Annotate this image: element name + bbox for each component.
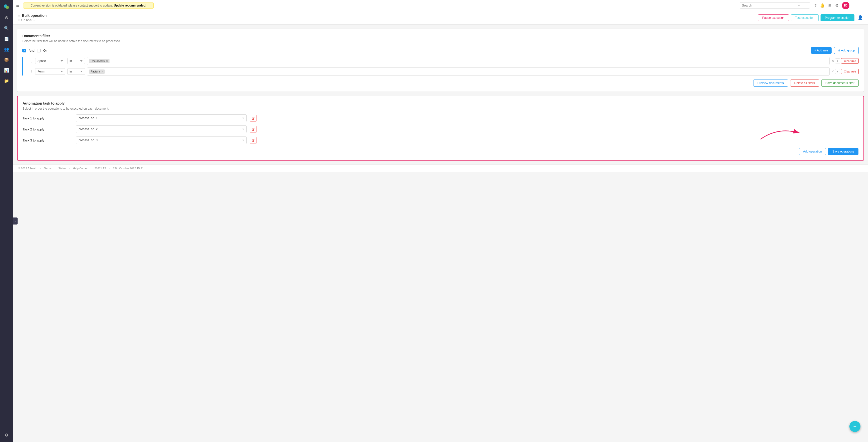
documents-filter-section: Documents filter Select the filter that … — [17, 29, 864, 92]
filter-operator-1[interactable]: in — [67, 58, 85, 64]
topbar: ☰ Current version is outdated, please co… — [13, 0, 868, 11]
pause-execution-button[interactable]: Pause execution — [758, 14, 789, 21]
documents-filter-title: Documents filter — [22, 34, 859, 38]
task-1-label: Task 1 to apply — [23, 116, 73, 120]
delete-all-filters-button[interactable]: Delete all filters — [790, 79, 819, 87]
task-2-select[interactable]: process_op_2 ▾ — [76, 126, 247, 133]
sidebar-expand-toggle[interactable]: › — [13, 217, 18, 225]
task-3-label: Task 3 to apply — [23, 138, 73, 142]
modules-icon[interactable]: ⊞ — [828, 3, 832, 8]
task-row-3: Task 3 to apply process_op_3 ▾ 🗑 — [23, 136, 859, 144]
preview-documents-button[interactable]: Preview documents — [753, 79, 788, 87]
footer-status-link[interactable]: Status — [58, 167, 66, 170]
sidebar-item-users[interactable]: 👥 — [2, 45, 11, 54]
footer-date: 27th October 2022 15:21 — [113, 167, 144, 170]
add-group-button[interactable]: ⊕ Add group — [834, 47, 859, 54]
filter-value-2[interactable]: Factura ✕ — [87, 67, 830, 75]
sidebar: ⊙ 🔍 📄 👥 📦 📊 📁 ⚙ — [0, 0, 13, 442]
filter-tag-documents: Documents ✕ — [89, 59, 110, 63]
task-3-value: process_op_3 — [79, 138, 97, 142]
menu-toggle-icon[interactable]: ☰ — [16, 3, 20, 8]
task-1-delete-button[interactable]: 🗑 — [250, 115, 257, 122]
sidebar-item-dashboard[interactable]: ⊙ — [2, 13, 11, 22]
notification-cta: Update recommended. — [114, 4, 146, 7]
footer-terms-link[interactable]: Terms — [44, 167, 52, 170]
breadcrumb-back-label: Go back... — [21, 18, 35, 22]
breadcrumb-actions: Pause execution Test execution Program e… — [758, 14, 863, 21]
sidebar-item-documents[interactable]: 📄 — [2, 34, 11, 43]
filter-row-2: ⋮⋮ Form in Factura ✕ ✕ — [26, 67, 859, 75]
filter-row-1-caret[interactable]: ▾ — [835, 59, 840, 64]
search-box[interactable]: ▾ — [740, 2, 810, 8]
arrow-annotation — [758, 124, 803, 142]
test-execution-button[interactable]: Test execution — [791, 14, 819, 21]
filter-row-2-actions: ✕ ▾ Clear rule — [832, 69, 859, 74]
task-3-caret-icon[interactable]: ▾ — [242, 138, 244, 142]
program-execution-button[interactable]: Program execution — [820, 14, 855, 21]
help-icon[interactable]: ? — [814, 3, 816, 7]
bottom-action-row: Add operation Save operations — [23, 148, 859, 155]
sidebar-item-search[interactable]: 🔍 — [2, 24, 11, 33]
notification-icon[interactable]: 🔔 — [820, 3, 825, 8]
and-label: And — [29, 49, 34, 53]
filter-rows: ⋮⋮ Space in Documents ✕ ✕ — [22, 57, 859, 75]
task-row-2: Task 2 to apply process_op_2 ▾ 🗑 — [23, 126, 859, 133]
filter-row-1-clear-x[interactable]: ✕ — [832, 59, 834, 63]
content-area: ≡ Bulk operation ≡ Go back... Pause exec… — [13, 11, 868, 442]
filter-row-2-caret[interactable]: ▾ — [835, 69, 840, 74]
user-avatar[interactable]: IC — [842, 2, 849, 9]
breadcrumb-back[interactable]: ≡ Go back... — [18, 18, 47, 22]
automation-task-title: Automation task to apply — [23, 101, 859, 105]
footer-copyright: © 2022 Athento — [18, 167, 37, 170]
filter-tag-factura-remove[interactable]: ✕ — [101, 70, 103, 73]
sidebar-logo[interactable] — [2, 2, 11, 11]
task-row-1: Task 1 to apply process_op_1 ▾ 🗑 — [23, 114, 859, 122]
settings-icon[interactable]: ⚙ — [835, 3, 838, 8]
filter-value-1[interactable]: Documents ✕ — [87, 57, 830, 65]
and-checkbox[interactable] — [22, 49, 26, 53]
or-checkbox[interactable] — [37, 49, 41, 53]
breadcrumb-title: ≡ Bulk operation — [18, 13, 47, 18]
sidebar-item-settings[interactable]: ⚙ — [2, 431, 11, 440]
notification-text: Current version is outdated, please cont… — [31, 4, 113, 7]
page-title: Bulk operation — [22, 13, 47, 18]
search-input[interactable] — [742, 3, 797, 7]
task-3-select[interactable]: process_op_3 ▾ — [76, 136, 247, 144]
filter-tag-documents-remove[interactable]: ✕ — [106, 60, 108, 63]
documents-filter-desc: Select the filter that will be used to o… — [22, 39, 859, 43]
filter-tag-factura: Factura ✕ — [89, 69, 105, 74]
svg-point-1 — [6, 6, 9, 9]
task-1-value: process_op_1 — [79, 116, 97, 120]
filter-operator-2[interactable]: in — [67, 68, 85, 75]
search-dropdown-icon[interactable]: ▾ — [797, 3, 801, 7]
fab-add-button[interactable]: + — [849, 421, 861, 432]
sidebar-item-analytics[interactable]: 📊 — [2, 66, 11, 75]
sidebar-item-packages[interactable]: 📦 — [2, 55, 11, 64]
task-3-delete-button[interactable]: 🗑 — [250, 137, 257, 144]
drag-handle-1[interactable]: ⋮⋮ — [26, 59, 33, 63]
clear-rule-2-button[interactable]: Clear rule — [841, 69, 859, 74]
save-documents-filter-button[interactable]: Save documents filter — [821, 79, 859, 87]
filter-field-2[interactable]: Form — [35, 68, 65, 75]
add-operation-button[interactable]: Add operation — [799, 148, 826, 155]
grid-icon[interactable]: ⋮⋮⋮ — [853, 3, 865, 8]
task-1-caret-icon[interactable]: ▾ — [242, 116, 244, 120]
or-label: Or — [43, 49, 47, 53]
sidebar-item-folders[interactable]: 📁 — [2, 76, 11, 85]
clear-rule-1-button[interactable]: Clear rule — [841, 58, 859, 64]
footer-version: 2022 LTS — [94, 167, 106, 170]
automation-task-desc: Select in order the operations to be exe… — [23, 107, 859, 110]
filter-field-1[interactable]: Space — [35, 58, 65, 64]
task-2-caret-icon[interactable]: ▾ — [242, 128, 244, 131]
notification-banner: Current version is outdated, please cont… — [23, 2, 154, 8]
footer-help-link[interactable]: Help Center — [73, 167, 88, 170]
share-users-icon[interactable]: 👤 — [858, 15, 863, 21]
drag-handle-2[interactable]: ⋮⋮ — [26, 69, 33, 73]
save-operations-button[interactable]: Save operations — [828, 148, 859, 155]
task-2-delete-button[interactable]: 🗑 — [250, 126, 257, 133]
add-rule-button[interactable]: + Add rule — [811, 47, 832, 54]
task-1-select[interactable]: process_op_1 ▾ — [76, 114, 247, 122]
filter-row-1-actions: ✕ ▾ Clear rule — [832, 58, 859, 64]
filter-row-2-clear-x[interactable]: ✕ — [832, 70, 834, 73]
filter-controls: And Or + Add rule ⊕ Add group — [22, 47, 859, 54]
